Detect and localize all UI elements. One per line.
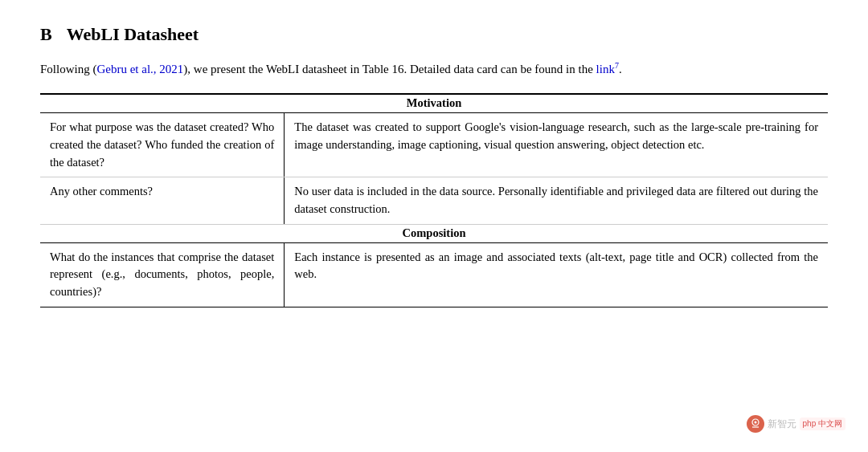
datasheet-table: MotivationFor what purpose was the datas… <box>40 93 828 307</box>
svg-point-1 <box>754 421 756 424</box>
link2[interactable]: link7 <box>596 63 619 75</box>
section-header-cell: Composition <box>40 224 828 242</box>
intro-text-before: Following ( <box>40 63 96 75</box>
section-header-row: Motivation <box>40 94 828 112</box>
intro-text-after: ), we present the WebLI datasheet in Tab… <box>183 63 596 75</box>
watermark-logo <box>747 415 764 433</box>
watermark: 新智元 php 中文网 <box>740 412 852 436</box>
section-heading: B WebLI Datasheet <box>40 24 828 45</box>
watermark-sub: php 中文网 <box>800 417 845 430</box>
gebru-link[interactable]: Gebru et al., 2021 <box>96 63 183 75</box>
section-letter: B <box>40 24 52 45</box>
section-title: WebLI Datasheet <box>67 24 199 45</box>
intro-paragraph: Following (Gebru et al., 2021), we prese… <box>40 59 828 79</box>
section-header-cell: Motivation <box>40 94 828 112</box>
table-row: For what purpose was the dataset created… <box>40 113 828 177</box>
table-row: What do the instances that comprise the … <box>40 242 828 307</box>
question-cell: Any other comments? <box>40 177 285 225</box>
answer-cell: No user data is included in the data sou… <box>285 177 828 225</box>
answer-cell: The dataset was created to support Googl… <box>285 113 828 177</box>
question-cell: What do the instances that comprise the … <box>40 242 285 307</box>
watermark-text: 新智元 <box>768 417 796 431</box>
section-header-row: Composition <box>40 224 828 242</box>
question-cell: For what purpose was the dataset created… <box>40 113 285 177</box>
table-row: Any other comments?No user data is inclu… <box>40 177 828 225</box>
answer-cell: Each instance is presented as an image a… <box>285 242 828 307</box>
